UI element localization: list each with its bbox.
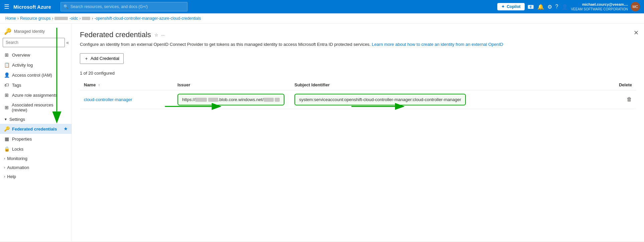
sidebar-item-associated-resources[interactable]: ⊞ Associated resources (review) [0,100,72,115]
sidebar-search-input[interactable] [3,38,65,47]
sidebar-item-overview[interactable]: ⊞ Overview [0,50,72,60]
locks-icon: 🔒 [4,146,9,152]
header-icons: ☆ ··· [154,32,165,37]
help-section-label: Help [7,174,16,179]
col-header-delete: Delete [615,80,636,90]
sidebar-item-label-activity: Activity log [12,63,33,68]
sidebar-section-monitoring[interactable]: › Monitoring [0,154,72,163]
page-header: Federated credentials ☆ ··· [80,30,636,39]
plus-icon: ＋ [84,56,89,62]
sidebar-item-label-properties: Properties [12,137,32,142]
subject-highlight-box: system:serviceaccount:openshift-cloud-co… [294,94,466,105]
breadcrumb-redacted1[interactable]: -oidc [54,16,78,21]
associated-icon: ⊞ [4,105,9,110]
favorite-icon[interactable]: ☆ [154,32,158,37]
issuer-prefix: https:// [182,97,195,102]
add-credential-button[interactable]: ＋ Add Credential [80,53,124,64]
hamburger-menu[interactable]: ☰ [4,3,9,10]
properties-icon: ▦ [4,136,9,142]
learn-more-link[interactable]: Learn more about how to create an identi… [372,42,503,47]
access-control-icon: 👤 [4,72,9,78]
tags-icon: 🏷 [4,82,9,88]
more-options-icon[interactable]: ··· [161,32,165,37]
federated-icon: 🔑 [4,126,9,132]
sidebar-section-help[interactable]: › Help [0,172,72,181]
breadcrumb-credential[interactable]: -openshift-cloud-controller-manager-azur… [94,16,201,21]
breadcrumb-redacted2[interactable] [82,17,90,20]
key-icon: 🔑 [4,28,11,35]
sidebar-item-label-locks: Locks [12,147,23,152]
credentials-table-wrapper: Name ↑ Issuer Subject Identifier Delete [80,80,636,109]
sidebar-search-wrapper: « [0,38,72,50]
feedback-icon[interactable]: 📧 [527,4,534,10]
nav-icons: 📧 🔔 ⚙ ? 👤 [527,4,568,10]
monitoring-section-label: Monitoring [7,156,27,161]
copilot-button[interactable]: ✦ Copilot [497,3,524,10]
cell-name: cloud-controller-manager [80,90,173,109]
top-navigation: ☰ Microsoft Azure 🔍 ✦ Copilot 📧 🔔 ⚙ ? 👤 … [0,0,644,13]
global-search[interactable]: 🔍 [60,2,187,11]
issuer-redacted-4 [275,98,280,102]
global-search-input[interactable] [71,4,184,9]
issuer-highlight-box: https:// .blob.core.windows.net/ [177,94,284,105]
cell-delete: 🗑 [615,90,636,109]
page-description: Configure an identity from an external O… [80,41,636,48]
sidebar-item-tags[interactable]: 🏷 Tags [0,80,72,90]
redacted-block-1 [54,17,68,20]
cell-issuer: https:// .blob.core.windows.net/ [173,90,290,109]
avatar[interactable]: MC [631,2,640,11]
redacted-block-2 [82,17,90,20]
main-content: ✕ Federated credentials ☆ ··· Configure … [72,24,644,241]
user-settings-icon[interactable]: 👤 [561,4,568,10]
sort-icon[interactable]: ↑ [98,83,100,87]
credential-name-link[interactable]: cloud-controller-manager [84,97,132,102]
sidebar-item-label-federated: Federated credentials [12,127,57,132]
sidebar-item-locks[interactable]: 🔒 Locks [0,144,72,154]
activity-log-icon: 📋 [4,62,9,68]
issuer-redacted-3 [264,98,274,102]
sidebar-item-access-control[interactable]: 👤 Access control (IAM) [0,70,72,80]
sidebar-section-automation[interactable]: › Automation [0,163,72,172]
sidebar-item-role-assignments[interactable]: ⊞ Azure role assignments [0,90,72,100]
help-icon[interactable]: ? [555,4,558,10]
settings-icon[interactable]: ⚙ [547,4,552,10]
chevron-down-icon: ▼ [4,117,7,121]
user-info: michael.courcy@veeam.... VEEAM SOFTWARE … [571,2,628,11]
sidebar-collapse-button[interactable]: « [66,40,69,45]
sidebar-item-federated-credentials[interactable]: 🔑 Federated credentials ★ [0,124,72,134]
breadcrumb-resource-groups[interactable]: Resource groups [20,16,50,21]
sidebar-header: 🔑 Managed Identity [0,24,72,38]
col-header-issuer: Issuer [173,80,290,90]
sidebar-section-settings[interactable]: ▼ Settings [0,115,72,124]
main-layout: 🔑 Managed Identity « ⊞ Overview 📋 Activi… [0,24,644,241]
page-title: Federated credentials [80,30,151,39]
sidebar: 🔑 Managed Identity « ⊞ Overview 📋 Activi… [0,24,72,241]
chevron-right-icon-3: › [4,175,5,178]
search-icon: 🔍 [63,4,69,9]
credentials-table: Name ↑ Issuer Subject Identifier Delete [80,80,636,109]
role-assignments-icon: ⊞ [4,92,9,98]
issuer-redacted-2 [208,98,218,102]
overview-icon: ⊞ [4,52,9,58]
copilot-icon: ✦ [501,4,505,9]
notifications-icon[interactable]: 🔔 [537,4,544,10]
col-header-subject: Subject Identifier [290,80,615,90]
issuer-domain: .blob.core.windows.net/ [218,97,264,102]
cell-subject: system:serviceaccount:openshift-cloud-co… [290,90,615,109]
close-button[interactable]: ✕ [634,29,639,36]
settings-section-label: Settings [9,117,25,122]
automation-section-label: Automation [7,165,29,170]
sidebar-item-label-iam: Access control (IAM) [12,73,52,78]
breadcrumb-home[interactable]: Home [5,16,16,21]
chevron-right-icon: › [4,157,5,160]
sidebar-item-properties[interactable]: ▦ Properties [0,134,72,144]
sidebar-resource-type: Managed Identity [14,29,45,34]
table-row: cloud-controller-manager https:// .blob.… [80,90,636,109]
delete-icon[interactable]: 🗑 [627,96,632,102]
sidebar-item-label-associated: Associated resources (review) [12,102,68,112]
chevron-right-icon-2: › [4,166,5,169]
brand-name: Microsoft Azure [13,4,51,10]
favorite-star-icon[interactable]: ★ [64,127,68,131]
sidebar-item-activity-log[interactable]: 📋 Activity log [0,60,72,70]
configured-count: 1 of 20 configured [80,71,636,76]
